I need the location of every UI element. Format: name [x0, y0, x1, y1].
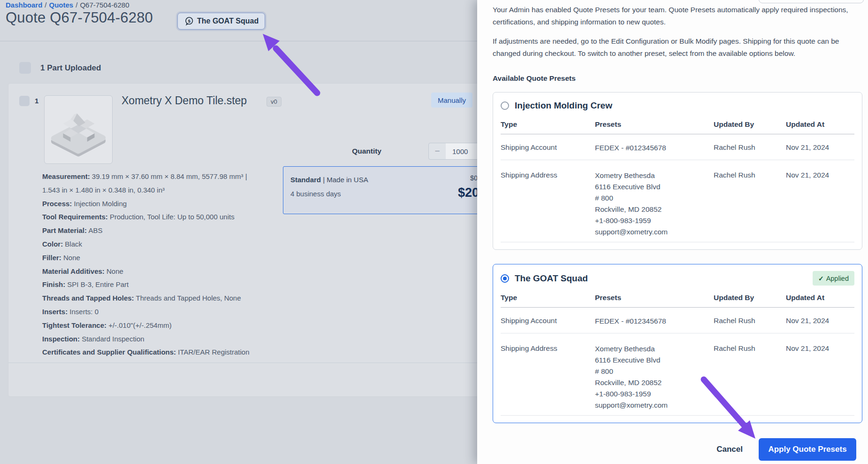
applied-label: Applied — [826, 275, 849, 282]
preset-value-line: FEDEX - #012345678 — [595, 142, 714, 154]
preset-value-line: support@xometry.com — [595, 226, 714, 238]
preset-value-line: 6116 Executive Blvd — [595, 355, 714, 366]
spec-label: Measurement: — [42, 172, 90, 180]
spec-label: Process: — [42, 200, 72, 208]
available-presets-heading: Available Quote Presets — [493, 74, 862, 83]
applied-status-badge: ✓ Applied — [813, 271, 854, 286]
spec-label: Color: — [42, 240, 63, 248]
apply-quote-presets-button[interactable]: Apply Quote Presets — [759, 438, 856, 461]
breadcrumb-separator: / — [42, 1, 49, 9]
quantity-decrement-button[interactable]: − — [428, 143, 446, 160]
card-divider — [8, 363, 491, 363]
unit-price: $0 — [470, 174, 478, 182]
spec-value: None — [61, 254, 80, 262]
speech-dollar-icon: $ — [184, 16, 194, 26]
lead-time-option[interactable]: Standard | Made in USA 4 business days $… — [283, 166, 500, 214]
drawer-footer: Cancel Apply Quote Presets — [493, 438, 862, 461]
preset-cell: Xometry Bethesda6116 Executive Blvd# 800… — [595, 170, 714, 238]
spec-value: 39.19 mm × 37.60 mm × 8.84 mm, 5577.98 m… — [90, 172, 247, 180]
preset-radio-selected[interactable] — [501, 274, 509, 283]
part-spec: Tightest Tolerance: +/-.010"(+/-.254mm) — [42, 320, 305, 331]
spec-value: 1.543 in × 1.480 in × 0.348 in, 0.340 in… — [42, 186, 165, 194]
page-title: Quote Q67-7504-6280 — [6, 9, 153, 26]
minus-icon: − — [434, 146, 440, 156]
part-spec: Finish: SPI B-3, Entire Part — [42, 279, 305, 290]
part-spec: Filler: None — [42, 253, 305, 263]
preset-value-line: FEDEX - #012345678 — [595, 316, 714, 327]
part-row-index: 1 — [35, 97, 38, 105]
preset-value-line: +1-800-983-1959 — [595, 215, 714, 226]
part-spec: 1.543 in × 1.480 in × 0.348 in, 0.340 in… — [42, 185, 305, 195]
preset-card-injection-molding-crew: Injection Molding Crew Type Presets Upda… — [493, 92, 862, 250]
spec-value: ITAR/EAR Registration — [176, 348, 249, 356]
cropped-top-button — [759, 0, 864, 3]
spec-label: Inserts: — [42, 308, 68, 316]
preset-cell: Nov 21, 2024 — [786, 343, 854, 411]
spec-label: Inspection: — [42, 335, 80, 343]
check-icon: ✓ — [818, 275, 824, 282]
col-updated-at: Updated At — [786, 120, 854, 129]
preset-value-line: Xometry Bethesda — [595, 170, 714, 181]
preset-cell: Rachel Rush — [714, 316, 786, 327]
preset-table-body: Shipping AccountFEDEX - #012345678Rachel… — [501, 308, 854, 416]
part-spec-list: Measurement: 39.19 mm × 37.60 mm × 8.84 … — [42, 171, 305, 361]
cancel-button[interactable]: Cancel — [716, 445, 743, 454]
spec-label: Tightest Tolerance: — [42, 321, 107, 329]
spec-value: Standard Inspection — [80, 335, 145, 343]
preset-row: Shipping AccountFEDEX - #012345678Rachel… — [501, 308, 854, 333]
part-spec: Certificates and Supplier Qualifications… — [42, 347, 305, 357]
preset-cell: Shipping Account — [501, 316, 595, 327]
preset-row: Shipping AddressXometry Bethesda6116 Exe… — [501, 333, 854, 416]
team-preset-badge[interactable]: $ The GOAT Squad — [177, 13, 265, 30]
breadcrumb-dashboard-link[interactable]: Dashboard — [6, 1, 42, 9]
breadcrumb-current: Q67-7504-6280 — [80, 1, 129, 9]
spec-value: SPI B-3, Entire Part — [65, 280, 129, 288]
preset-cell: Nov 21, 2024 — [786, 170, 854, 238]
part-thumbnail — [44, 95, 113, 164]
spec-value: +/-.010"(+/-.254mm) — [107, 321, 172, 329]
select-all-checkbox[interactable] — [19, 62, 31, 74]
config-mode-badge[interactable]: Manually — [431, 93, 472, 108]
part-spec: Part Material: ABS — [42, 225, 305, 236]
preset-table-header: Type Presets Updated By Updated At — [501, 293, 854, 308]
preset-row: Shipping AccountFEDEX - #012345678Rachel… — [501, 134, 854, 160]
preset-cell: Xometry Bethesda6116 Executive Blvd# 800… — [595, 343, 714, 411]
preset-value-line: support@xometry.com — [595, 400, 714, 411]
part-spec: Tool Requirements: Production, Tool Life… — [42, 212, 305, 222]
spec-value: Threads and Tapped Holes, None — [134, 294, 241, 302]
spec-label: Part Material: — [42, 226, 87, 234]
preset-cell: Nov 21, 2024 — [786, 316, 854, 327]
preset-cell: Shipping Address — [501, 170, 595, 238]
total-price: $20 — [458, 186, 479, 200]
part-version-badge: v0 — [266, 97, 282, 107]
col-updated-by: Updated By — [714, 293, 786, 302]
preset-table: Type Presets Updated By Updated At Shipp… — [501, 120, 854, 242]
presets-intro-paragraph: Your Admin has enabled Quote Presets for… — [493, 4, 860, 28]
preset-cell: Shipping Address — [501, 343, 595, 411]
spec-value: Production, Tool Life: Up to 50,000 unit… — [108, 213, 235, 221]
breadcrumb-quotes-link[interactable]: Quotes — [49, 1, 74, 9]
preset-value-line: Rockville, MD 20852 — [595, 204, 714, 215]
preset-cell: Rachel Rush — [714, 343, 786, 411]
col-presets: Presets — [595, 293, 714, 302]
preset-radio-unselected[interactable] — [501, 101, 509, 110]
origin-label: Made in USA — [327, 176, 368, 184]
preset-value-line: # 800 — [595, 366, 714, 377]
svg-text:$: $ — [188, 18, 190, 23]
spec-label: Material Additives: — [42, 267, 105, 275]
part-spec: Measurement: 39.19 mm × 37.60 mm × 8.84 … — [42, 171, 305, 182]
spec-label: Filler: — [42, 254, 61, 262]
col-type: Type — [501, 293, 595, 302]
part-row-checkbox[interactable] — [19, 96, 30, 106]
preset-cell: FEDEX - #012345678 — [595, 142, 714, 154]
parts-uploaded-label: 1 Part Uploaded — [40, 63, 101, 73]
preset-value-line: Xometry Bethesda — [595, 343, 714, 355]
app-root: Dashboard/Quotes/Q67-7504-6280 Quote Q67… — [0, 0, 868, 464]
spec-label: Certificates and Supplier Qualifications… — [42, 348, 176, 356]
preset-cell: Shipping Account — [501, 142, 595, 154]
col-type: Type — [501, 120, 595, 129]
breadcrumb: Dashboard/Quotes/Q67-7504-6280 — [6, 1, 129, 9]
preset-value-line: +1-800-983-1959 — [595, 388, 714, 400]
preset-cell: Nov 21, 2024 — [786, 142, 854, 154]
part-spec: Inspection: Standard Inspection — [42, 334, 305, 344]
